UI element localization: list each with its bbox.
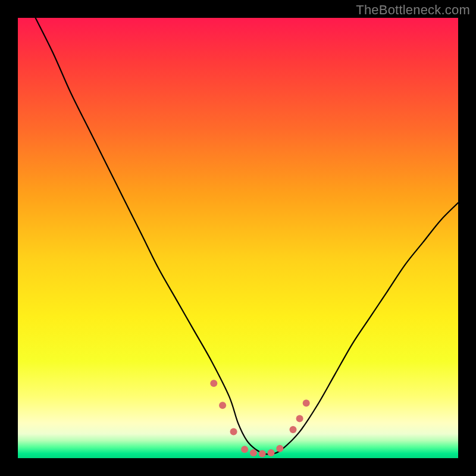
curve-marker — [303, 400, 310, 407]
curve-marker — [250, 449, 257, 456]
curve-marker — [210, 380, 217, 387]
watermark-text: TheBottleneck.com — [356, 2, 470, 18]
curve-marker — [276, 445, 283, 452]
curve-marker — [230, 428, 237, 436]
curve-marker — [268, 449, 275, 456]
chart-plot-area — [18, 18, 458, 458]
curve-marker — [219, 402, 226, 409]
curve-marker — [259, 450, 266, 458]
bottleneck-curve — [36, 18, 458, 455]
chart-frame: TheBottleneck.com — [0, 0, 476, 476]
curve-marker — [296, 415, 303, 422]
chart-svg — [18, 18, 458, 458]
curve-marker — [290, 426, 297, 433]
curve-markers — [210, 380, 309, 457]
curve-marker — [241, 446, 248, 453]
